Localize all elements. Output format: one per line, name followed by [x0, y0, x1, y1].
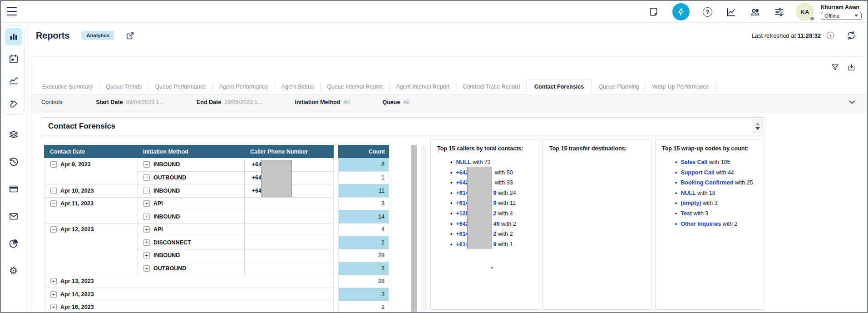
analytics-badge[interactable]: Analytics: [81, 31, 114, 40]
tab-agent-interval-report[interactable]: Agent Interval Report: [390, 79, 456, 94]
help-icon[interactable]: ?: [703, 7, 712, 17]
tab-contact-forensics[interactable]: Contact Forensics: [526, 79, 592, 94]
control-queue[interactable]: QueueAll: [382, 99, 409, 105]
item-link-tail[interactable]: 9: [493, 200, 497, 206]
cell-initiation-method[interactable]: +API: [137, 197, 244, 210]
cell-initiation-method[interactable]: +OUTBOUND: [137, 262, 244, 275]
cell-initiation-method[interactable]: +DISCONNECT: [137, 236, 244, 249]
cell-contact-date[interactable]: −Apr 12, 2023: [44, 223, 137, 236]
item-link[interactable]: Test: [681, 210, 692, 217]
tab-queue-trends[interactable]: Queue Trends: [99, 79, 148, 94]
expand-minus-icon[interactable]: −: [50, 161, 57, 168]
cell-initiation-method[interactable]: +INBOUND: [137, 249, 244, 262]
item-link[interactable]: (empty): [681, 200, 701, 206]
cell-contact-date[interactable]: −Apr 11, 2023: [44, 197, 137, 210]
table-row: +INBOUND14: [44, 210, 389, 223]
users-icon[interactable]: [750, 6, 760, 17]
cell-initiation-method[interactable]: −INBOUND: [137, 184, 244, 197]
tab-queue-planning[interactable]: Queue Planning: [592, 79, 646, 94]
col-header-contact-date[interactable]: Contact Date: [44, 145, 137, 158]
expand-minus-icon[interactable]: −: [143, 188, 150, 194]
expand-plus-icon[interactable]: +: [50, 278, 57, 284]
expand-plus-icon[interactable]: +: [143, 239, 150, 246]
tab-queue-interval-report[interactable]: Queue Interval Report: [321, 79, 389, 94]
expand-plus-icon[interactable]: +: [50, 304, 57, 310]
info-icon[interactable]: i: [827, 32, 834, 39]
sidebar-item-analytics[interactable]: [5, 73, 22, 90]
spinner-down-icon[interactable]: [755, 127, 760, 130]
cell-contact-date[interactable]: −Apr 10, 2023: [44, 184, 137, 197]
control-start-date[interactable]: Start Date09/04/2023 1...: [96, 99, 164, 105]
item-link[interactable]: Other Inquiries: [681, 221, 721, 227]
avatar[interactable]: KA: [796, 3, 814, 21]
cell-contact-date[interactable]: +Apr 16, 2023: [44, 301, 137, 313]
item-link[interactable]: Sales Call: [681, 159, 707, 165]
item-link-tail[interactable]: 49: [493, 221, 500, 227]
expand-plus-icon[interactable]: +: [143, 214, 150, 220]
sidebar-item-settings[interactable]: ⚙: [8, 265, 20, 277]
item-link-tail[interactable]: 9: [493, 241, 497, 248]
item-link[interactable]: NULL: [681, 190, 695, 196]
external-link-icon[interactable]: [125, 31, 135, 40]
expand-plus-icon[interactable]: +: [50, 291, 57, 298]
hamburger-menu-icon[interactable]: [7, 7, 17, 15]
metrics-icon[interactable]: [725, 6, 736, 17]
tab-contract-trace-record[interactable]: Contract Trace Record: [456, 79, 526, 94]
expand-minus-icon[interactable]: −: [50, 188, 57, 194]
sidebar-item-layers[interactable]: [8, 129, 20, 140]
expand-minus-icon[interactable]: −: [50, 200, 57, 207]
download-icon[interactable]: [847, 63, 856, 72]
expand-minus-icon[interactable]: −: [50, 226, 57, 233]
cell-contact-date[interactable]: +Apr 13, 2023: [44, 275, 137, 288]
cell-contact-date[interactable]: +Apr 14, 2023: [44, 288, 137, 301]
tab-wrap-up-performance[interactable]: Wrap-Up Performance: [646, 79, 715, 94]
note-icon[interactable]: [648, 6, 659, 17]
bolt-icon[interactable]: [672, 3, 690, 20]
cell-initiation-method[interactable]: +API: [137, 223, 244, 236]
panel-scrollbar-track[interactable]: [421, 145, 427, 313]
collapse-chevron-icon[interactable]: [848, 99, 856, 106]
col-header-caller-phone[interactable]: Caller Phone Number: [244, 145, 334, 158]
item-link[interactable]: Booking Confirmed: [681, 179, 733, 186]
spinner-up-icon[interactable]: [755, 123, 760, 125]
sidebar-item-reports[interactable]: [5, 28, 22, 45]
sidebar-item-history[interactable]: [8, 156, 20, 168]
sidebar-item-window[interactable]: [8, 183, 20, 195]
sheet-spinner[interactable]: [752, 119, 764, 134]
expand-minus-icon[interactable]: −: [143, 174, 150, 181]
expand-plus-icon[interactable]: +: [143, 265, 150, 272]
cell-contact-date[interactable]: −Apr 9, 2023: [44, 158, 137, 171]
col-header-initiation-method[interactable]: Initiation Method: [137, 145, 244, 158]
cell-initiation-method[interactable]: +INBOUND: [137, 210, 244, 223]
item-link-tail[interactable]: 2: [493, 210, 497, 217]
expand-plus-icon[interactable]: +: [143, 226, 150, 233]
col-header-count[interactable]: Count: [338, 145, 389, 158]
refresh-icon[interactable]: [846, 30, 856, 40]
table-scrollbar[interactable]: [411, 145, 417, 313]
sidebar-item-mail[interactable]: [8, 210, 20, 222]
tab-agent-status[interactable]: Agent Status: [275, 79, 321, 94]
sidebar-item-pie[interactable]: [8, 238, 20, 249]
column-gap: [334, 197, 338, 210]
initiation-method-value: INBOUND: [153, 252, 180, 258]
expand-minus-icon[interactable]: −: [143, 161, 150, 168]
item-link-tail[interactable]: 2: [493, 231, 497, 237]
expand-plus-icon[interactable]: +: [143, 200, 150, 207]
tab-agent-performance[interactable]: Agent Performance: [213, 79, 275, 94]
filter-icon[interactable]: [830, 63, 839, 72]
initiation-method-value: INBOUND: [153, 188, 180, 194]
item-link[interactable]: NULL: [456, 159, 471, 165]
sidebar-item-calendar[interactable]: [5, 50, 22, 68]
cell-initiation-method[interactable]: −OUTBOUND: [137, 171, 244, 184]
status-select[interactable]: Offline: [821, 12, 862, 20]
tab-queue-performance[interactable]: Queue Performance: [148, 79, 212, 94]
expand-plus-icon[interactable]: +: [143, 252, 150, 258]
item-link[interactable]: Support Call: [681, 169, 714, 176]
tab-executive-summary[interactable]: Executive Summary: [36, 79, 99, 94]
control-initiation-method[interactable]: Initiation MethodAll: [295, 99, 350, 105]
sidebar-item-designer[interactable]: [5, 95, 22, 112]
item-link-tail[interactable]: 9: [493, 190, 497, 196]
cell-initiation-method[interactable]: −INBOUND: [137, 158, 244, 171]
control-end-date[interactable]: End Date29/05/2023 1...: [197, 99, 262, 105]
sliders-icon[interactable]: [774, 6, 784, 17]
